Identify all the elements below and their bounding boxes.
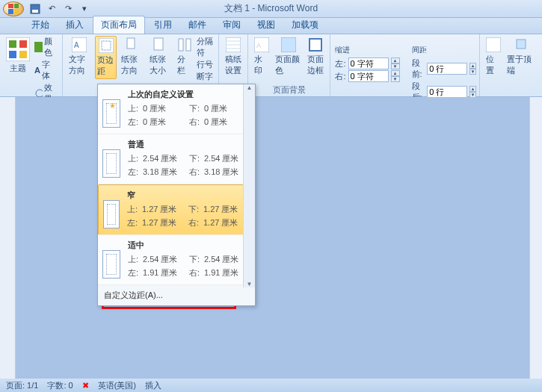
svg-text:A: A xyxy=(74,41,79,49)
svg-rect-16 xyxy=(186,39,191,51)
svg-rect-25 xyxy=(486,37,501,52)
tab-references[interactable]: 引用 xyxy=(147,16,179,34)
preset-name: 适中 xyxy=(128,240,250,251)
quick-access-toolbar: ↶ ↷ ▾ xyxy=(28,2,91,16)
status-language[interactable]: 英语(美国) xyxy=(98,380,136,391)
redo-icon[interactable]: ↷ xyxy=(61,2,75,16)
status-words[interactable]: 字数: 0 xyxy=(47,380,73,391)
dropdown-scrollbar[interactable] xyxy=(243,84,255,287)
orientation-button[interactable]: 纸张方向 xyxy=(120,36,145,78)
indent-right-field[interactable]: 右:▲▼ xyxy=(335,70,399,82)
line-numbers-button[interactable]: 行号 xyxy=(197,59,213,70)
indent-heading: 缩进 xyxy=(335,45,399,55)
margins-preset-3[interactable]: 适中上:2.54 厘米下:2.54 厘米左:1.91 厘米右:1.91 厘米 xyxy=(98,235,255,285)
margins-preset-2[interactable]: 窄上:1.27 厘米下:1.27 厘米左:1.27 厘米右:1.27 厘米 xyxy=(98,184,255,235)
position-button[interactable]: 位置 xyxy=(484,36,502,78)
save-icon[interactable] xyxy=(28,2,42,16)
page-border-button[interactable]: 页面 边框 xyxy=(306,36,325,78)
group-page-bg-label: 页面背景 xyxy=(253,84,326,96)
undo-icon[interactable]: ↶ xyxy=(45,2,58,16)
tab-addins[interactable]: 加载项 xyxy=(284,16,326,34)
tab-review[interactable]: 审阅 xyxy=(215,16,248,34)
spacing-before-field[interactable]: 段前:▲▼ xyxy=(412,57,476,80)
svg-rect-11 xyxy=(99,38,114,53)
document-area xyxy=(0,97,542,379)
breaks-button[interactable]: 分隔符 xyxy=(197,36,213,58)
tab-mailings[interactable]: 邮件 xyxy=(181,16,214,34)
ribbon: 主题 颜色 A字体 效果 主题 A文字方向 页边距 纸张方向 纸张大小 分栏 分… xyxy=(0,34,542,97)
svg-point-8 xyxy=(36,90,43,97)
status-bar: 页面: 1/1 字数: 0 ✖ 英语(美国) 插入 xyxy=(0,379,542,392)
preset-name: 窄 xyxy=(127,190,250,201)
theme-colors[interactable]: 颜色 xyxy=(34,36,58,58)
paper-settings-button[interactable]: 稿纸 设置 xyxy=(224,36,243,78)
tab-view[interactable]: 视图 xyxy=(250,16,283,34)
window-title: 文档 1 - Microsoft Word xyxy=(224,2,318,15)
text-direction-button[interactable]: A文字方向 xyxy=(67,36,93,78)
status-page[interactable]: 页面: 1/1 xyxy=(6,380,38,391)
preset-thumb-icon: ★ xyxy=(102,99,120,128)
svg-rect-5 xyxy=(9,51,16,58)
svg-rect-1 xyxy=(32,10,38,13)
margins-button[interactable]: 页边距 xyxy=(95,36,116,79)
svg-rect-23 xyxy=(281,37,296,52)
ribbon-tabs: 开始 插入 页面布局 引用 邮件 审阅 视图 加载项 xyxy=(0,18,542,34)
status-mode[interactable]: 插入 xyxy=(145,380,161,391)
title-bar: ↶ ↷ ▾ 文档 1 - Microsoft Word xyxy=(0,0,542,18)
svg-rect-4 xyxy=(19,40,27,48)
indent-left-field[interactable]: 左:▲▼ xyxy=(335,57,399,69)
svg-rect-24 xyxy=(310,39,321,51)
svg-rect-6 xyxy=(19,51,27,58)
margins-preset-1[interactable]: 普通上:2.54 厘米下:2.54 厘米左:3.18 厘米右:3.18 厘米 xyxy=(98,134,255,184)
watermark-button[interactable]: A水印 xyxy=(253,36,271,78)
themes-button[interactable]: 主题 xyxy=(4,36,31,75)
preset-name: 普通 xyxy=(128,139,250,150)
group-paragraph: 缩进 左:▲▼ 右:▲▼ 间距 段前:▲▼ 段后:▲▼ 段落 xyxy=(330,34,480,96)
preset-thumb-icon xyxy=(103,200,120,228)
group-page-background: A水印 页面颜色 页面 边框 页面背景 xyxy=(248,34,331,96)
theme-fonts[interactable]: A字体 xyxy=(34,59,58,81)
tab-home[interactable]: 开始 xyxy=(24,16,57,34)
qat-more-icon[interactable]: ▾ xyxy=(78,2,91,16)
columns-button[interactable]: 分栏 xyxy=(176,36,194,78)
bring-front-button[interactable]: 置于顶端 xyxy=(505,36,538,78)
margins-dropdown: ★上次的自定义设置上:0 厘米下:0 厘米左:0 厘米右:0 厘米普通上:2.5… xyxy=(97,84,256,306)
office-button[interactable] xyxy=(3,1,24,16)
hyphenation-button[interactable]: 断字 xyxy=(197,71,213,82)
group-arrange: 位置 置于顶端 xyxy=(480,34,542,96)
preset-thumb-icon xyxy=(102,250,120,279)
svg-rect-15 xyxy=(179,39,183,51)
svg-rect-26 xyxy=(517,40,526,49)
svg-rect-13 xyxy=(127,38,135,49)
tab-page-layout[interactable]: 页面布局 xyxy=(93,16,145,34)
themes-label: 主题 xyxy=(10,63,26,74)
group-themes: 主题 颜色 A字体 效果 主题 xyxy=(0,34,63,96)
svg-rect-14 xyxy=(154,38,163,50)
page-color-button[interactable]: 页面颜色 xyxy=(274,36,304,78)
preset-name: 上次的自定义设置 xyxy=(128,89,250,100)
svg-rect-3 xyxy=(9,40,16,48)
spacing-heading: 间距 xyxy=(412,45,476,55)
size-button[interactable]: 纸张大小 xyxy=(148,36,173,78)
preset-thumb-icon xyxy=(102,149,120,178)
margins-preset-0[interactable]: ★上次的自定义设置上:0 厘米下:0 厘米左:0 厘米右:0 厘米 xyxy=(98,84,255,134)
svg-text:A: A xyxy=(256,42,261,49)
svg-rect-7 xyxy=(34,42,43,52)
custom-margins-item[interactable]: 自定义边距(A)... xyxy=(98,285,255,305)
tab-insert[interactable]: 插入 xyxy=(58,16,91,34)
